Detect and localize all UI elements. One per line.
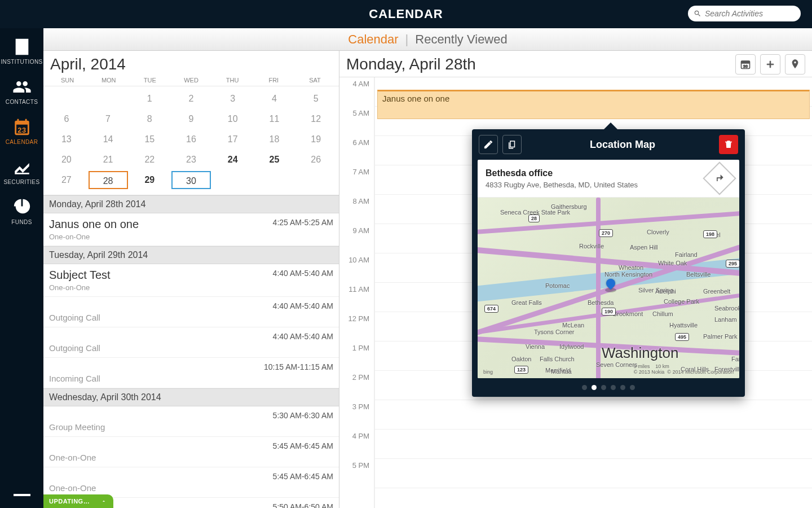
sidebar-item-contacts[interactable]: CONTACTS: [0, 72, 43, 112]
date-cell[interactable]: 9: [171, 110, 211, 128]
agenda-item[interactable]: Incoming Call10:15 AM-11:15 AM: [43, 358, 339, 388]
date-cell[interactable]: 13: [47, 130, 86, 148]
date-cell[interactable]: 24: [213, 151, 253, 169]
page-dot[interactable]: [601, 385, 606, 390]
svg-text:30: 30: [743, 64, 748, 69]
edit-button[interactable]: [479, 135, 498, 154]
map-place-label: Beltsville: [686, 271, 710, 278]
hour-slot[interactable]: [375, 459, 812, 488]
agenda-item[interactable]: One-on-One5:45 AM-6:45 AM: [43, 467, 339, 498]
date-cell[interactable]: [254, 171, 294, 189]
directions-button[interactable]: [703, 161, 736, 195]
date-cell[interactable]: 4: [254, 90, 294, 108]
date-cell[interactable]: 15: [130, 130, 169, 148]
add-event-button[interactable]: [760, 54, 780, 75]
highway-badge: 190: [602, 308, 616, 316]
agenda-day-header: Tuesday, April 29th 2014: [43, 246, 339, 264]
app-header: CALENDAR: [0, 0, 812, 28]
date-cell[interactable]: [89, 90, 128, 108]
delete-button[interactable]: [719, 135, 738, 154]
agenda-item[interactable]: Outgoing Call4:40 AM-5:40 AM: [43, 327, 339, 358]
updating-pill[interactable]: UPDATING…: [43, 494, 113, 508]
date-cell[interactable]: 29: [130, 171, 169, 189]
date-cell[interactable]: 2: [171, 90, 211, 108]
page-dot[interactable]: [620, 385, 625, 390]
trash-icon: [723, 139, 734, 150]
today-button[interactable]: 30: [735, 54, 756, 75]
date-cell[interactable]: [296, 171, 336, 189]
date-cell[interactable]: 3: [213, 90, 253, 108]
date-cell[interactable]: 14: [89, 130, 128, 148]
event-block[interactable]: Janus one on one: [377, 90, 810, 119]
page-dot[interactable]: [592, 385, 597, 390]
search-box[interactable]: [688, 6, 801, 21]
date-cell[interactable]: 20: [47, 151, 86, 169]
date-cell[interactable]: 7: [89, 110, 128, 128]
weekday-label: FRI: [253, 77, 294, 84]
date-cell[interactable]: 30: [171, 171, 211, 189]
month-title: April, 2014: [43, 51, 339, 75]
date-cell[interactable]: 11: [254, 110, 294, 128]
date-cell[interactable]: 27: [47, 171, 86, 189]
date-cell[interactable]: 25: [254, 151, 294, 169]
map-place-label: Lanham: [714, 316, 737, 323]
day-timeline[interactable]: 4 AM5 AM6 AM7 AM8 AM9 AM10 AM11 AM12 PM1…: [339, 77, 812, 508]
hamburger-menu[interactable]: [0, 492, 43, 498]
address-row: Bethesda office 4833 Rugby Ave, Bethesda…: [478, 160, 739, 198]
sidebar-label: FUNDS: [11, 219, 32, 225]
agenda-item[interactable]: Outgoing Call4:40 AM-5:40 AM: [43, 297, 339, 327]
search-input[interactable]: [705, 9, 795, 18]
agenda-day-header: Wednesday, April 30th 2014: [43, 388, 339, 406]
date-cell[interactable]: 19: [296, 130, 336, 148]
copy-button[interactable]: [502, 135, 522, 154]
date-cell[interactable]: 18: [254, 130, 294, 148]
date-cell[interactable]: 1: [130, 90, 169, 108]
date-cell[interactable]: 6: [47, 110, 86, 128]
date-cell[interactable]: [47, 90, 86, 108]
date-cell[interactable]: 8: [130, 110, 169, 128]
sidebar-item-calendar[interactable]: 23 CALENDAR: [0, 112, 43, 152]
location-popover: Location Map Bethesda office 4833 Rugby …: [472, 129, 745, 397]
hour-slot[interactable]: [375, 400, 812, 430]
popover-header: Location Map: [472, 129, 745, 160]
date-cell[interactable]: 5: [296, 90, 336, 108]
agenda-day-header: Monday, April 28th 2014: [43, 195, 339, 213]
page-dot[interactable]: [630, 385, 635, 390]
time-grid[interactable]: Janus one on one Location Map: [374, 77, 812, 508]
date-cell[interactable]: 23: [171, 151, 211, 169]
date-cell[interactable]: 10: [213, 110, 253, 128]
date-cell[interactable]: 21: [89, 151, 128, 169]
map-place-label: Vienna: [526, 343, 545, 350]
date-cell[interactable]: 17: [213, 130, 253, 148]
date-cell[interactable]: 12: [296, 110, 336, 128]
map-place-label: Tysons Corner: [534, 329, 575, 335]
weekday-label: SAT: [294, 77, 336, 84]
highway-badge: 495: [675, 333, 689, 341]
date-cell[interactable]: 26: [296, 151, 336, 169]
date-cell[interactable]: 16: [171, 130, 211, 148]
map-view[interactable]: Washington bing 5 miles 10 km© 2013 Noki…: [478, 198, 739, 378]
agenda-item[interactable]: Janus one on oneOne-on-One4:25 AM-5:25 A…: [43, 213, 339, 246]
map-place-label: College Park: [664, 298, 699, 305]
agenda-item[interactable]: Subject TestOne-on-One4:40 AM-5:40 AM: [43, 264, 339, 297]
sidebar-item-funds[interactable]: FUNDS: [0, 192, 43, 232]
date-cell[interactable]: 22: [130, 151, 169, 169]
app-shell: INSTITUTIONS CONTACTS 23 CALENDAR SECURI…: [0, 0, 812, 508]
hour-slot[interactable]: [375, 430, 812, 459]
sidebar-item-institutions[interactable]: INSTITUTIONS: [0, 32, 43, 72]
agenda-list[interactable]: Monday, April 28th 2014Janus one on oneO…: [43, 195, 339, 508]
hour-label: 10 AM: [339, 256, 374, 285]
page-dot[interactable]: [582, 385, 587, 390]
tab-calendar[interactable]: Calendar: [345, 32, 401, 47]
sidebar-item-securities[interactable]: SECURITIES: [0, 152, 43, 192]
agenda-item[interactable]: Group Meeting5:30 AM-6:30 AM: [43, 406, 339, 437]
location-button[interactable]: [785, 54, 805, 75]
date-cell[interactable]: [213, 171, 253, 189]
date-cell[interactable]: 28: [89, 171, 128, 189]
agenda-item[interactable]: One-on-One5:45 AM-6:45 AM: [43, 437, 339, 467]
map-place-label: Idylwood: [559, 343, 584, 350]
map-place-label: Bethesda: [588, 299, 614, 306]
tab-recently-viewed[interactable]: Recently Viewed: [412, 32, 510, 47]
header-title: CALENDAR: [369, 7, 443, 21]
page-dot[interactable]: [611, 385, 616, 390]
